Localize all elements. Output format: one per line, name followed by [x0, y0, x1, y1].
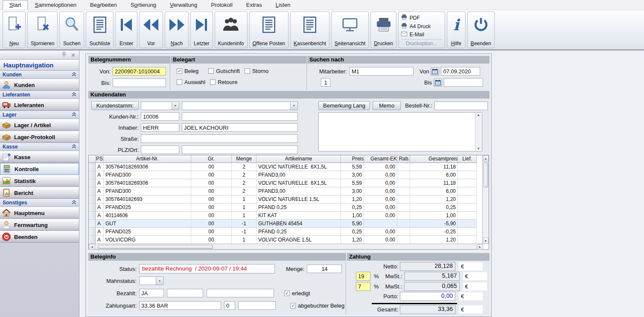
- row-selector[interactable]: [89, 195, 96, 204]
- zahlungsart-input[interactable]: [139, 301, 221, 310]
- tab-bearbeiten[interactable]: Bearbeiten: [83, 0, 124, 10]
- beleg-checkbox[interactable]: [177, 68, 182, 74]
- row-selector[interactable]: [89, 179, 96, 187]
- letzter-button[interactable]: Letzter: [190, 12, 213, 48]
- scroll-left-icon[interactable]: ◄: [89, 244, 95, 250]
- col-artikel-nr[interactable]: Artikel-Nr.: [104, 155, 191, 163]
- anrede-input[interactable]: [141, 123, 179, 132]
- a4-druck-menu-item[interactable]: A4 Druck: [401, 22, 442, 31]
- sidebar-item-lager-artikel[interactable]: Lager / Artikel: [0, 119, 79, 131]
- sidebar-item-lieferanten[interactable]: Lieferanten: [0, 99, 79, 111]
- section-header-kunden[interactable]: Kunden: [0, 71, 79, 79]
- tab-extras[interactable]: Extras: [239, 0, 269, 10]
- sidebar-item-statistik[interactable]: Statistik: [0, 175, 79, 187]
- calendar-icon[interactable]: [434, 79, 442, 87]
- beenden-button[interactable]: Beenden: [467, 12, 495, 48]
- mahnstatus-select[interactable]: [139, 276, 156, 285]
- row-selector[interactable]: [89, 236, 96, 244]
- erster-button[interactable]: Erster: [115, 12, 137, 48]
- auswahl-checkbox[interactable]: [177, 79, 182, 85]
- zahlungsart-code-input[interactable]: [224, 301, 235, 310]
- suchen-button[interactable]: Suchen: [59, 12, 84, 48]
- sidebar-item-kontrolle[interactable]: Kontrolle: [0, 163, 79, 175]
- datum-von-input[interactable]: [441, 67, 480, 76]
- row-selector[interactable]: [89, 220, 96, 228]
- storno-checkbox[interactable]: [245, 68, 250, 74]
- table-row[interactable]: A 3057640182693 00 1 VOLVIC NATURELLE 1,…: [89, 195, 489, 204]
- kundennr-extra-input[interactable]: [182, 112, 298, 121]
- nach-button[interactable]: Nach: [165, 12, 189, 48]
- col-ps[interactable]: PS: [96, 155, 104, 163]
- druckoption-label[interactable]: Druckoption...: [401, 39, 442, 47]
- scrollbar-thumb[interactable]: [484, 163, 488, 187]
- datum-bis-input[interactable]: [444, 78, 483, 87]
- abgebucht-checkbox[interactable]: [290, 303, 296, 308]
- kassenbericht-button[interactable]: Kassenbericht: [290, 12, 329, 48]
- section-header-lager[interactable]: Lager: [0, 111, 79, 119]
- sidebar-item-kunden[interactable]: Kunden: [0, 79, 79, 91]
- kundenstamm-name-input[interactable]: [182, 102, 291, 110]
- ort-input[interactable]: [182, 145, 298, 154]
- vertical-scrollbar[interactable]: ▲ ▼: [482, 155, 489, 244]
- tab-listen[interactable]: Listen: [269, 0, 297, 10]
- drucken-button[interactable]: Drucken: [370, 12, 396, 48]
- sidebar-item-bericht[interactable]: Bericht: [0, 187, 79, 199]
- porto-input[interactable]: 0,00: [400, 292, 455, 301]
- scrollbar-thumb[interactable]: [98, 245, 213, 249]
- mitarbeiter-count-input[interactable]: [321, 78, 330, 87]
- col-gesamtpreis[interactable]: Gesamtpreis: [410, 155, 458, 163]
- inhaber-name-input[interactable]: [182, 123, 298, 132]
- row-selector[interactable]: [89, 163, 96, 171]
- kundenstamm-button[interactable]: Kundenstamm:: [91, 101, 139, 110]
- scroll-down-icon[interactable]: ▼: [483, 238, 489, 244]
- row-selector[interactable]: [89, 187, 96, 195]
- pdf-menu-item[interactable]: PDF: [401, 14, 442, 22]
- tab-sortierung[interactable]: Sortierung: [124, 0, 163, 10]
- mwst1-rate-input[interactable]: 19: [356, 272, 370, 281]
- section-header-sonstiges[interactable]: Sonstiges: [0, 199, 79, 207]
- tab-sammeloptionen[interactable]: Sammeloptionen: [28, 0, 83, 10]
- col-menge[interactable]: Menge: [232, 155, 256, 163]
- row-selector[interactable]: [89, 228, 96, 236]
- bestellnr-input[interactable]: [434, 102, 488, 110]
- col-lief[interactable]: Lief.: [458, 155, 477, 163]
- col-artikelname[interactable]: Artikelname: [256, 155, 341, 163]
- table-row[interactable]: A GUT 00 -1 GUTHABEN 45454 5,90 -5,90: [89, 220, 489, 228]
- sidebar-item-fernwartung[interactable]: Fernwartung: [0, 219, 79, 231]
- erledigt-checkbox[interactable]: [284, 291, 290, 296]
- row-selector[interactable]: [89, 204, 96, 212]
- sidebar-item-hauptmenu[interactable]: Hauptmenu: [0, 207, 79, 219]
- suchliste-button[interactable]: Suchliste: [86, 12, 114, 48]
- dropdown-arrow-icon[interactable]: ▼: [291, 102, 298, 110]
- table-row[interactable]: A PFAND025 00 -1 PFAND 0,25 0,25 0,00 -0…: [89, 228, 489, 236]
- email-menu-item[interactable]: E-Mail: [401, 30, 442, 39]
- retoure-checkbox[interactable]: [210, 79, 216, 85]
- dropdown-arrow-icon[interactable]: ▼: [156, 276, 163, 285]
- calendar-icon[interactable]: [431, 67, 439, 76]
- col-rab[interactable]: Rab.: [397, 155, 410, 163]
- memo-button[interactable]: Memo: [373, 101, 401, 110]
- bezahlt-extra2-input[interactable]: [207, 289, 274, 297]
- col-preis[interactable]: Preis: [341, 155, 364, 163]
- sidebar-item-lager-protokoll[interactable]: Lager-Protokoll: [0, 131, 79, 143]
- col-gr[interactable]: Gr.: [191, 155, 232, 163]
- bemerkung-lang-button[interactable]: Bemerkung Lang: [318, 101, 370, 110]
- close-icon[interactable]: ✕: [71, 52, 76, 58]
- table-row[interactable]: A PFAND300 00 2 PFAND3,00 3,00 0,00 6,00: [89, 187, 489, 195]
- kundenstamm-code-input[interactable]: [141, 102, 172, 110]
- offene-posten-button[interactable]: Offene Posten: [249, 12, 289, 48]
- bezahlt-input[interactable]: [139, 289, 164, 297]
- table-row[interactable]: A 40114606 00 1 KIT KAT 1,00 0,00 1,00: [89, 212, 489, 220]
- neu-button[interactable]: Neu: [3, 12, 26, 48]
- row-selector[interactable]: [89, 212, 96, 220]
- tab-verwaltung[interactable]: Verwaltung: [163, 0, 204, 10]
- stornieren-button[interactable]: Stornieren: [27, 12, 58, 48]
- table-row[interactable]: A 305764018269306 00 2 VOLVIC NATURELLE …: [89, 163, 489, 171]
- gutschrift-checkbox[interactable]: [208, 68, 214, 74]
- kundeninfo-button[interactable]: Kundeninfo: [215, 12, 248, 48]
- scroll-down-icon[interactable]: ▼: [477, 147, 480, 151]
- section-header-lieferanten[interactable]: Lieferanten: [0, 91, 79, 99]
- vor-button[interactable]: Vor: [139, 12, 163, 48]
- hilfe-button[interactable]: i Hilfe: [447, 12, 466, 48]
- col-gesamt-ek[interactable]: Gesamt-EK: [364, 155, 397, 163]
